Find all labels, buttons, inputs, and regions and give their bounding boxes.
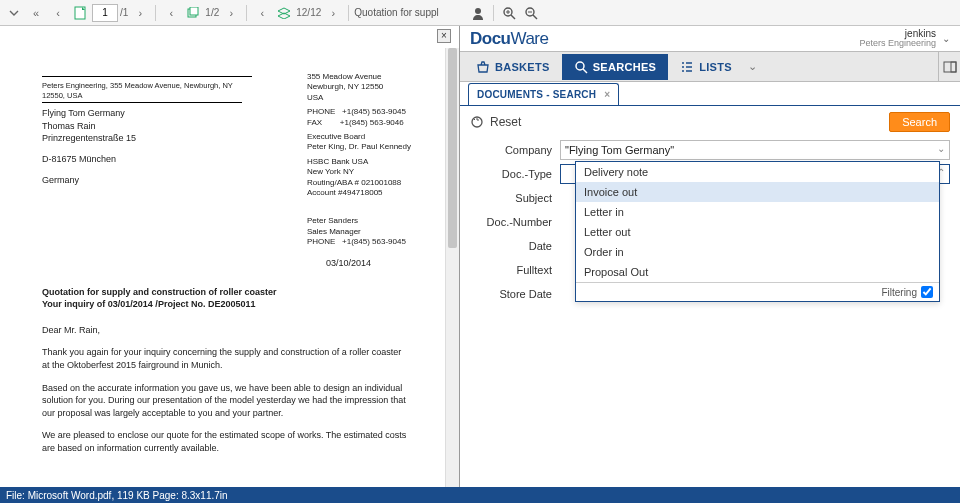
label-fulltext: Fulltext: [470, 264, 560, 276]
dropdown-footer: Filtering: [576, 282, 939, 301]
user-icon[interactable]: [468, 3, 488, 23]
input-company[interactable]: "Flying Tom Germany"⌄: [560, 140, 950, 160]
body-para: Thank you again for your inquiry concern…: [42, 346, 411, 371]
close-tab-icon[interactable]: ×: [604, 89, 610, 100]
sender-line: Peters Engineering, 355 Meadow Avenue, N…: [42, 81, 242, 103]
document-page: Peters Engineering, 355 Meadow Avenue, N…: [12, 52, 441, 479]
brand-bar: DocuWare jenkins Peters Engineering ⌄: [460, 26, 960, 52]
label-subject: Subject: [470, 192, 560, 204]
label-docnumber: Doc.-Number: [470, 216, 560, 228]
letterhead-right: 355 Meadow Avenue Newburgh, NY 12550 USA…: [307, 72, 411, 247]
search-button[interactable]: Search: [889, 112, 950, 132]
tab-lists-dropdown[interactable]: ⌄: [744, 60, 762, 73]
search-icon: [574, 60, 588, 74]
dropdown-option[interactable]: Invoice out: [576, 182, 939, 202]
list-icon: [680, 61, 694, 73]
label-date: Date: [470, 240, 560, 252]
svg-point-3: [475, 8, 481, 14]
zoom-ratio: 1/2: [205, 7, 219, 18]
content-tab-documents-search[interactable]: DOCUMENTS - SEARCH ×: [468, 83, 619, 105]
svg-rect-14: [951, 62, 956, 72]
status-bar: File: Microsoft Word.pdf, 119 KB Page: 8…: [0, 487, 960, 503]
zoom-in-icon[interactable]: [499, 3, 519, 23]
dropdown-option[interactable]: Delivery note: [576, 162, 939, 182]
stack-icon: [183, 3, 203, 23]
doc-date: 03/10/2014: [42, 257, 411, 269]
clip-count: 12/12: [296, 7, 321, 18]
layers-icon: [274, 3, 294, 23]
svg-rect-2: [190, 7, 198, 15]
dropdown-option[interactable]: Letter out: [576, 222, 939, 242]
label-company: Company: [470, 144, 560, 156]
chevron-down-icon: ⌄: [937, 143, 945, 154]
user-menu[interactable]: jenkins Peters Engineering ⌄: [859, 28, 950, 49]
salutation: Dear Mr. Rain,: [42, 324, 411, 337]
nav-prev2-icon[interactable]: ‹: [161, 3, 181, 23]
svg-point-11: [576, 62, 584, 70]
label-storedate: Store Date: [470, 288, 560, 300]
label-doctype: Doc.-Type: [470, 168, 560, 180]
doctype-dropdown: Delivery note Invoice out Letter in Lett…: [575, 161, 940, 302]
filtering-checkbox[interactable]: [921, 286, 933, 298]
content-tabs: DOCUMENTS - SEARCH ×: [460, 82, 960, 106]
dock-icon[interactable]: [938, 52, 960, 81]
app-logo: DocuWare: [470, 29, 549, 49]
dropdown-option[interactable]: Order in: [576, 242, 939, 262]
page-total: /1: [120, 7, 128, 18]
close-viewer-button[interactable]: ×: [437, 29, 451, 43]
doc-title: Quotation for suppl: [354, 7, 462, 18]
nav-next3-icon[interactable]: ›: [323, 3, 343, 23]
page-number-input[interactable]: [92, 4, 118, 22]
tab-searches[interactable]: SEARCHES: [562, 54, 669, 80]
svg-line-12: [583, 69, 587, 73]
nav-first-icon[interactable]: «: [26, 3, 46, 23]
tab-baskets[interactable]: BASKETS: [464, 54, 562, 80]
tab-lists[interactable]: LISTS: [668, 54, 744, 80]
nav-tabs: BASKETS SEARCHES LISTS ⌄: [460, 52, 960, 82]
recipient-block: Flying Tom Germany Thomas Rain Prinzrege…: [42, 107, 242, 186]
page-icon: [70, 3, 90, 23]
viewer-scrollbar[interactable]: [445, 48, 459, 487]
body-para: We are pleased to enclose our quote for …: [42, 429, 411, 454]
doc-subject: Quotation for supply and construction of…: [42, 286, 411, 310]
chevron-down-icon: ⌄: [942, 33, 950, 44]
svg-rect-13: [944, 62, 956, 72]
dropdown-option[interactable]: Letter in: [576, 202, 939, 222]
reset-icon: [470, 115, 484, 129]
svg-line-5: [511, 15, 515, 19]
svg-line-9: [533, 15, 537, 19]
basket-icon: [476, 61, 490, 73]
chevron-down-icon[interactable]: [4, 3, 24, 23]
document-viewer: × Peters Engineering, 355 Meadow Avenue,…: [0, 26, 460, 487]
reset-button[interactable]: Reset: [470, 115, 521, 129]
nav-next2-icon[interactable]: ›: [221, 3, 241, 23]
viewer-toolbar: « ‹ /1 › ‹ 1/2 › ‹ 12/12 › Quotation for…: [0, 0, 960, 26]
nav-prev-icon[interactable]: ‹: [48, 3, 68, 23]
dropdown-option[interactable]: Proposal Out: [576, 262, 939, 282]
body-para: Based on the accurate information you ga…: [42, 382, 411, 420]
nav-prev3-icon[interactable]: ‹: [252, 3, 272, 23]
zoom-out-icon[interactable]: [521, 3, 541, 23]
nav-next-icon[interactable]: ›: [130, 3, 150, 23]
